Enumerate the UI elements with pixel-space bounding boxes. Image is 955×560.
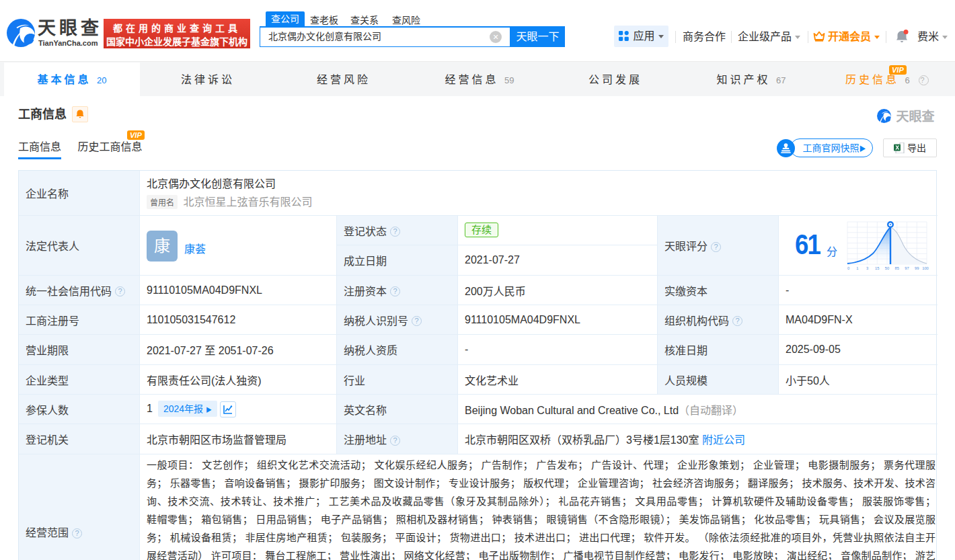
svg-text:100: 100 — [922, 266, 929, 270]
svg-text:97: 97 — [905, 266, 909, 270]
svg-text:85: 85 — [895, 266, 899, 270]
svg-text:15: 15 — [875, 266, 879, 270]
svg-text:0: 0 — [847, 266, 849, 270]
svg-text:50: 50 — [885, 266, 889, 270]
svg-text:3: 3 — [866, 266, 868, 270]
svg-text:99: 99 — [915, 266, 919, 270]
svg-text:1: 1 — [856, 266, 858, 270]
